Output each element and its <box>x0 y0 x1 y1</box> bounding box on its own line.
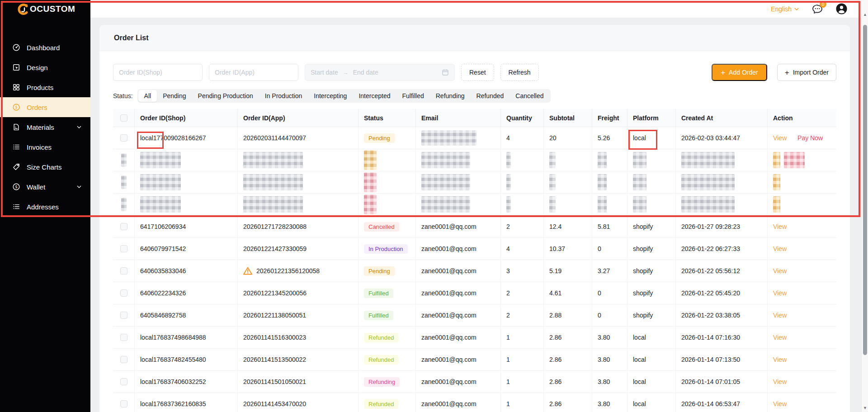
status-tab-fulfilled[interactable]: Fulfilled <box>396 90 429 102</box>
column-header-created-at: Created At <box>676 109 768 127</box>
blurred-cell <box>592 171 627 194</box>
blurred-cell <box>416 171 501 194</box>
end-date-placeholder: End date <box>353 69 378 76</box>
view-link[interactable]: View <box>773 134 787 142</box>
blurred-cell <box>544 149 592 171</box>
row-checkbox[interactable] <box>120 356 127 363</box>
select-all-checkbox[interactable] <box>120 114 127 122</box>
order-id-app-input[interactable] <box>209 64 298 81</box>
sidebar-item-wallet[interactable]: $Wallet <box>0 177 90 197</box>
column-header-action: Action <box>768 109 836 127</box>
status-tab-refunding[interactable]: Refunding <box>430 90 471 102</box>
view-link[interactable]: View <box>773 356 787 363</box>
status-badge: Pending <box>364 266 395 276</box>
status-tab-refunded[interactable]: Refunded <box>471 90 510 102</box>
table-row: 6405846892758202601221138050051Fulfilled… <box>113 304 836 327</box>
import-order-button[interactable]: + Import Order <box>777 64 836 81</box>
status-tab-intercepting[interactable]: Intercepting <box>308 90 353 102</box>
cell-action: View <box>768 304 836 327</box>
sidebar-item-size-charts[interactable]: Size Charts <box>0 157 90 177</box>
user-avatar[interactable] <box>836 3 847 14</box>
blurred-cell <box>544 171 592 194</box>
design-icon <box>12 63 20 71</box>
refresh-button[interactable]: Refresh <box>500 64 539 81</box>
view-link[interactable]: View <box>773 378 787 385</box>
view-link[interactable]: View <box>773 289 787 297</box>
view-link[interactable]: View <box>773 267 787 275</box>
date-range-input[interactable]: Start date → End date <box>305 64 455 81</box>
order-id-shop-input[interactable] <box>113 64 203 81</box>
cell-subtotal: 2.86 <box>544 327 592 349</box>
sidebar-item-materials[interactable]: Materials <box>0 117 90 137</box>
sidebar-item-invoices[interactable]: Invoices <box>0 137 90 157</box>
sidebar-item-label: Design <box>27 64 48 71</box>
cell-status: Cancelled <box>359 216 416 238</box>
brand-logo-text: OCUSTOM <box>30 4 75 14</box>
table-row: 6406035833046202601221356120058Pendingza… <box>113 260 836 282</box>
blurred-content <box>681 174 735 190</box>
sidebar-item-design[interactable]: Design <box>0 57 90 77</box>
cell-platform: shopify <box>627 260 676 282</box>
blurred-content <box>421 130 476 146</box>
status-tab-in-production[interactable]: In Production <box>259 90 308 102</box>
status-tab-pending[interactable]: Pending <box>157 90 192 102</box>
cell-quantity: 4 <box>501 127 544 149</box>
sidebar-item-products[interactable]: Products <box>0 77 90 97</box>
blurred-content <box>364 172 377 192</box>
status-tab-pending-production[interactable]: Pending Production <box>192 90 259 102</box>
row-checkbox[interactable] <box>120 312 127 319</box>
cell-order-id-shop: local176837406032252 <box>135 371 238 393</box>
view-link[interactable]: View <box>773 223 787 230</box>
sidebar-item-orders[interactable]: $Orders <box>0 97 90 117</box>
invoices-icon <box>12 143 20 151</box>
view-link[interactable]: View <box>773 312 787 319</box>
row-checkbox[interactable] <box>120 378 127 385</box>
sidebar-item-dashboard[interactable]: Dashboard <box>0 38 90 57</box>
scroll-up-icon[interactable]: ▲ <box>862 12 868 17</box>
blurred-cell <box>416 194 501 216</box>
status-tab-intercepted[interactable]: Intercepted <box>353 90 396 102</box>
row-checkbox[interactable] <box>120 334 127 341</box>
cell-subtotal: 4.61 <box>544 282 592 304</box>
row-checkbox[interactable] <box>120 267 127 275</box>
cell-email: zane0001@qq.com <box>416 304 501 327</box>
cell-action: View <box>768 216 836 238</box>
blurred-content <box>140 152 181 168</box>
cell-subtotal: 10.37 <box>544 238 592 260</box>
cell-order-id-app: 202601141516300023 <box>238 327 359 349</box>
cell-created-at: 2026-01-14 07:16:30 <box>676 327 768 349</box>
status-badge: Refunding <box>364 377 400 387</box>
cell-quantity: 2 <box>501 216 544 238</box>
cell-platform: local <box>627 349 676 371</box>
cell-subtotal: 2.86 <box>544 393 592 412</box>
status-tab-cancelled[interactable]: Cancelled <box>509 90 549 102</box>
view-link[interactable]: View <box>773 334 787 341</box>
sidebar-item-addresses[interactable]: Addresses <box>0 197 90 217</box>
row-checkbox[interactable] <box>120 223 127 230</box>
table-body: local177009028166267202602031144470097Pe… <box>113 127 836 412</box>
chat-button[interactable]: 0 <box>811 4 823 14</box>
materials-icon <box>12 123 20 131</box>
row-checkbox[interactable] <box>120 289 127 297</box>
cell-action: ViewPay Now <box>768 127 836 149</box>
status-tab-all[interactable]: All <box>138 90 157 102</box>
view-link[interactable]: View <box>773 400 787 407</box>
row-checkbox[interactable] <box>120 245 127 252</box>
row-checkbox[interactable] <box>120 400 127 407</box>
blurred-content <box>121 175 127 189</box>
scrollbar[interactable]: ▲ ▼ <box>861 0 868 412</box>
scroll-down-icon[interactable]: ▼ <box>862 406 868 410</box>
blurred-content <box>421 196 470 213</box>
cell-order-id-shop: 6405846892758 <box>135 304 238 327</box>
language-selector[interactable]: English <box>771 5 799 13</box>
view-link[interactable]: View <box>773 245 787 252</box>
row-checkbox[interactable] <box>120 134 127 142</box>
scrollbar-thumb[interactable] <box>863 25 867 355</box>
pay-now-link[interactable]: Pay Now <box>797 134 823 142</box>
cell-order-id-app: 202601221427330059 <box>238 238 359 260</box>
plus-icon: + <box>721 69 725 76</box>
add-order-button[interactable]: + Add Order <box>712 64 767 81</box>
blurred-content <box>243 152 303 168</box>
card-header: Order List <box>99 25 850 51</box>
reset-button[interactable]: Reset <box>461 64 494 81</box>
